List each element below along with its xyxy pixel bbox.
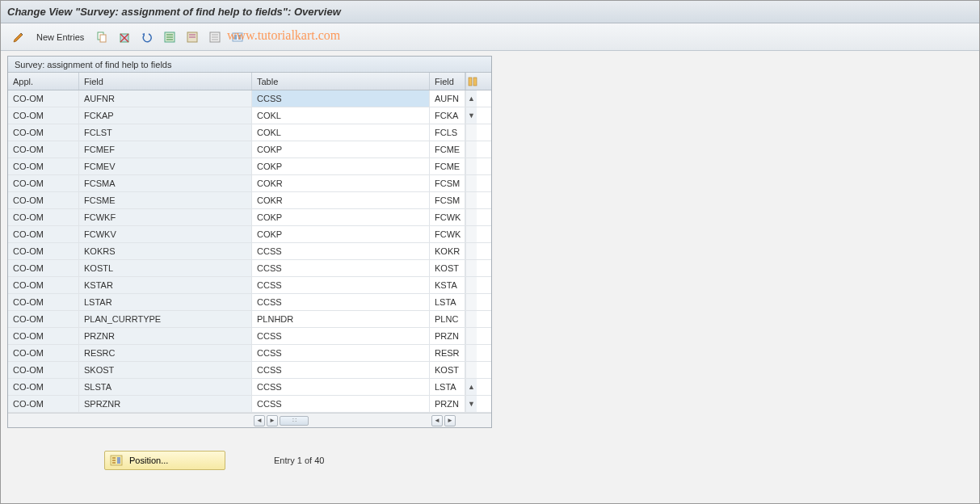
cell-table[interactable]: COKP [252, 226, 430, 242]
cell-table[interactable]: PLNHDR [252, 311, 430, 327]
table-row[interactable]: CO-OMFCLSTCOKLFCLS [8, 124, 491, 141]
entry-count-label: Entry 1 of 40 [274, 456, 324, 465]
delete-icon[interactable] [116, 28, 132, 46]
cell-table[interactable]: COKR [252, 175, 430, 191]
table-row[interactable]: CO-OMPLAN_CURRTYPEPLNHDRPLNC [8, 311, 491, 328]
configure-icon[interactable] [229, 28, 246, 46]
table-row[interactable]: CO-OMFCWKVCOKPFCWK [8, 226, 491, 243]
col-header-field2[interactable]: Field [430, 73, 465, 90]
cell-table[interactable]: CCSS [252, 345, 430, 361]
scroll-track [465, 175, 477, 191]
svg-rect-21 [112, 460, 116, 461]
cell-field: LSTAR [79, 294, 252, 310]
copy-icon[interactable] [94, 28, 110, 46]
table-row[interactable]: CO-OMKOSTLCCSSKOST [8, 260, 491, 277]
cell-field2[interactable]: PRZN [430, 396, 465, 412]
cell-field2[interactable]: KOST [430, 260, 465, 276]
cell-table[interactable]: COKL [252, 107, 430, 124]
table-row[interactable]: CO-OMFCMEFCOKPFCME [8, 141, 491, 158]
cell-field2[interactable]: FCWK [430, 226, 465, 242]
cell-field2[interactable]: FCWK [430, 209, 465, 225]
cell-field: FCSME [79, 192, 252, 208]
scroll-up-icon[interactable]: ▲ [465, 90, 477, 107]
cell-field2[interactable]: FCLS [430, 124, 465, 141]
table-row[interactable]: CO-OMLSTARCCSSLSTA [8, 294, 491, 311]
scroll-down-step-icon[interactable]: ▼ [465, 107, 477, 124]
scroll-track [465, 362, 477, 378]
cell-table[interactable]: COKP [252, 158, 430, 174]
cell-field2[interactable]: RESR [430, 345, 465, 361]
scroll-left-icon[interactable]: ◄ [254, 415, 265, 426]
scroll-right-icon[interactable]: ► [267, 415, 278, 426]
col-header-field[interactable]: Field [79, 73, 252, 90]
select-all-icon[interactable] [162, 28, 178, 46]
toggle-edit-icon[interactable] [11, 28, 27, 46]
cell-field2[interactable]: FCSM [430, 192, 465, 208]
cell-field2[interactable]: KOST [430, 362, 465, 378]
new-entries-button[interactable]: New Entries [33, 32, 87, 42]
table-row[interactable]: CO-OMFCWKFCOKPFCWK [8, 209, 491, 226]
cell-appl: CO-OM [8, 260, 79, 276]
hscroll-field2-area: ◄ ► [430, 415, 491, 426]
window-title: Change View "Survey: assignment of find … [7, 6, 341, 18]
table-row[interactable]: CO-OMSKOSTCCSSKOST [8, 362, 491, 379]
cell-field2[interactable]: PLNC [430, 311, 465, 327]
scroll-right-icon-2[interactable]: ► [444, 415, 456, 426]
app-window: Change View "Survey: assignment of find … [0, 0, 980, 504]
deselect-all-icon[interactable] [207, 28, 223, 46]
cell-table[interactable]: CCSS [252, 328, 430, 344]
cell-table[interactable]: CCSS [252, 243, 430, 259]
cell-field2[interactable]: FCME [430, 158, 465, 174]
cell-field2[interactable]: AUFN [430, 90, 465, 107]
cell-field: FCWKF [79, 209, 252, 225]
table-row[interactable]: CO-OMKSTARCCSSKSTA [8, 277, 491, 294]
table-row[interactable]: CO-OMFCSMECOKRFCSM [8, 192, 491, 209]
cell-field: FCMEV [79, 158, 252, 174]
svg-rect-9 [189, 36, 196, 38]
col-header-table[interactable]: Table [252, 73, 430, 90]
cell-field2[interactable]: KOKR [430, 243, 465, 259]
cell-table[interactable]: COKP [252, 141, 430, 158]
cell-field2[interactable]: LSTA [430, 294, 465, 310]
table-row[interactable]: CO-OMAUFNRCCSSAUFN▲ [8, 90, 491, 107]
table-row[interactable]: CO-OMKOKRSCCSSKOKR [8, 243, 491, 260]
cell-table[interactable]: CCSS [252, 379, 430, 395]
cell-field2[interactable]: KSTA [430, 277, 465, 293]
table-row[interactable]: CO-OMPRZNRCCSSPRZN [8, 328, 491, 345]
svg-rect-20 [112, 457, 116, 459]
cell-field2[interactable]: FCSM [430, 175, 465, 191]
cell-table[interactable]: COKP [252, 209, 430, 225]
undo-icon[interactable] [139, 28, 155, 46]
table-settings-icon[interactable] [465, 73, 478, 90]
table-row[interactable]: CO-OMSLSTACCSSLSTA▲ [8, 379, 491, 396]
cell-table[interactable]: CCSS [252, 260, 430, 276]
scroll-up-step-icon[interactable]: ▲ [465, 379, 477, 395]
table-row[interactable]: CO-OMSPRZNRCCSSPRZN▼ [8, 396, 491, 413]
cell-field: KSTAR [79, 277, 252, 293]
table-row[interactable]: CO-OMFCKAPCOKLFCKA▼ [8, 107, 491, 124]
scroll-thumb[interactable]: ∷ [280, 416, 309, 426]
cell-table[interactable]: CCSS [252, 396, 430, 412]
scroll-track [465, 141, 477, 158]
position-label: Position... [129, 456, 168, 465]
cell-table[interactable]: CCSS [252, 90, 430, 107]
cell-field2[interactable]: PRZN [430, 328, 465, 344]
scroll-down-icon[interactable]: ▼ [465, 396, 477, 412]
cell-table[interactable]: CCSS [252, 277, 430, 293]
col-header-appl[interactable]: Appl. [8, 73, 79, 90]
scroll-left-icon-2[interactable]: ◄ [431, 415, 443, 426]
cell-table[interactable]: CCSS [252, 294, 430, 310]
cell-field2[interactable]: LSTA [430, 379, 465, 395]
table-row[interactable]: CO-OMFCSMACOKRFCSM [8, 175, 491, 192]
position-button[interactable]: Position... [104, 451, 225, 470]
cell-table[interactable]: COKL [252, 124, 430, 141]
table-row[interactable]: CO-OMRESRCCCSSRESR [8, 345, 491, 362]
select-block-icon[interactable] [184, 28, 200, 46]
cell-table[interactable]: CCSS [252, 362, 430, 378]
cell-field2[interactable]: FCKA [430, 107, 465, 124]
table-row[interactable]: CO-OMFCMEVCOKPFCME [8, 158, 491, 175]
svg-rect-5 [166, 36, 173, 38]
grid-header: Appl. Field Table Field [8, 73, 491, 90]
cell-field2[interactable]: FCME [430, 141, 465, 158]
cell-table[interactable]: COKR [252, 192, 430, 208]
